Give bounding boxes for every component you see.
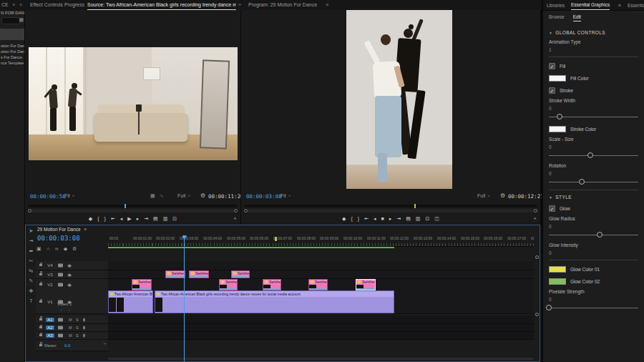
add-marker-button[interactable]: ◆	[89, 213, 92, 224]
panel-menu-icon[interactable]: ≡	[233, 0, 235, 9]
go-to-in-button[interactable]: ⇤	[111, 213, 115, 224]
param-value[interactable]: 0	[549, 250, 638, 255]
source-patch-icon[interactable]	[58, 318, 63, 321]
mic-icon[interactable]	[83, 326, 85, 330]
track-height-handle[interactable]	[535, 255, 539, 259]
step-forward-button[interactable]: ▸	[137, 213, 140, 224]
slider-stroke-width[interactable]	[549, 114, 638, 120]
go-to-in-button[interactable]: ⇤	[364, 213, 369, 224]
mute-toggle[interactable]: M	[69, 333, 72, 338]
track-target-V3[interactable]: V3	[46, 273, 54, 277]
master-level-value[interactable]: 0.0	[64, 343, 70, 348]
tab-essential-sound[interactable]: Essential Sound	[628, 1, 644, 10]
track-lock-icon[interactable]	[39, 344, 42, 346]
step-forward-button[interactable]: ▸	[389, 213, 392, 224]
slider-knob[interactable]	[587, 152, 593, 158]
clip-swishes[interactable]: Swishes	[165, 270, 185, 278]
export-frame-button[interactable]: ⊡	[425, 213, 429, 224]
video-track-lane-V2[interactable]: SwishesSwishesSwishesSwishesSwishes	[108, 279, 534, 291]
mark-in-button[interactable]: {	[351, 213, 352, 224]
clip-video[interactable]: Two African American Black	[108, 290, 153, 313]
project-selected-item[interactable]	[0, 29, 24, 40]
zoom-handle-right[interactable]	[234, 209, 238, 212]
source-playhead[interactable]	[125, 204, 126, 208]
color-swatch-glow-color-02[interactable]	[549, 278, 566, 285]
checkbox-fill[interactable]: ✓	[549, 63, 555, 69]
timeline-playhead[interactable]	[184, 235, 185, 361]
panel-menu-icon[interactable]: ≡	[12, 0, 15, 9]
clip-swishes[interactable]: Swishes	[263, 279, 281, 290]
track-target-V4[interactable]: V4	[46, 263, 54, 268]
source-playback-resolution-select[interactable]: Full˅	[177, 193, 190, 198]
track-lock-icon[interactable]	[39, 334, 42, 336]
program-zoom-select[interactable]: Fit˅	[280, 193, 291, 198]
mute-toggle[interactable]: M	[69, 326, 72, 330]
source-patch-icon[interactable]	[58, 283, 63, 287]
track-lock-icon[interactable]	[39, 273, 42, 275]
track-target-A1[interactable]: A1	[46, 318, 54, 322]
param-value[interactable]: 0	[549, 224, 638, 229]
clip-swishes[interactable]: Swishes	[132, 279, 152, 290]
checkbox-stroke[interactable]: ✓	[549, 87, 555, 94]
audio-track-lane-A3[interactable]	[108, 332, 534, 340]
color-swatch-stroke-color[interactable]	[549, 126, 566, 132]
clip-video[interactable]: Two African-American Black girls recordi…	[155, 290, 394, 313]
program-playback-resolution-select[interactable]: Full˅	[477, 193, 490, 198]
panel-menu-icon[interactable]: ≡	[618, 3, 621, 8]
track-output-toggle-icon[interactable]: ◉	[67, 273, 72, 277]
source-video-frame[interactable]	[29, 47, 238, 160]
timeline-horizontal-scrollbar[interactable]	[108, 358, 534, 360]
audio-track-lane-A1[interactable]	[108, 315, 534, 324]
clip-swishes[interactable]: Swishes	[219, 279, 238, 290]
button-editor-icon[interactable]: +	[233, 213, 237, 224]
audio-track-lane-A2[interactable]	[108, 324, 534, 332]
drag-video-only-icon[interactable]: ▦	[150, 193, 155, 199]
type-tool[interactable]: T	[29, 298, 32, 303]
tab-source-monitor[interactable]: Source: Two African-American Black girls…	[87, 0, 236, 10]
mic-icon[interactable]	[83, 318, 85, 321]
solo-toggle[interactable]: S	[76, 318, 79, 322]
mute-toggle[interactable]: M	[69, 318, 72, 322]
slider-knob[interactable]	[546, 305, 552, 310]
color-swatch-glow-color-01[interactable]	[549, 266, 566, 273]
step-back-button[interactable]: ◂	[374, 213, 376, 224]
track-lock-icon[interactable]	[39, 300, 42, 303]
project-item[interactable]: s For Dance	[0, 54, 24, 60]
drag-audio-only-icon[interactable]: ∿	[160, 193, 164, 199]
project-item[interactable]: otion For Danc	[0, 49, 24, 54]
track-nav-arrows[interactable]: ‹ ›	[60, 308, 73, 312]
slider-knob[interactable]	[579, 179, 585, 185]
lift-button[interactable]: ▤	[406, 213, 411, 224]
param-value[interactable]: 1	[549, 47, 638, 52]
project-panel-tab-truncated[interactable]: CE	[1, 0, 9, 9]
source-zoom-select[interactable]: Fit˅	[64, 193, 74, 198]
source-patch-icon[interactable]	[58, 273, 63, 276]
section-header-global-controls[interactable]: ▼GLOBAL CONTROLS	[549, 30, 638, 35]
color-swatch-fill-color[interactable]	[549, 75, 566, 82]
mark-in-button[interactable]: {	[97, 213, 99, 224]
new-item-icon[interactable]: ▦	[19, 17, 24, 23]
video-track-lane-V4[interactable]	[108, 261, 534, 270]
track-target-V1[interactable]: V1	[46, 300, 54, 304]
mic-icon[interactable]	[83, 334, 85, 338]
program-current-timecode[interactable]: 00:00:03:08	[246, 193, 282, 200]
slider-knob[interactable]	[597, 232, 602, 238]
zoom-handle-right[interactable]	[534, 209, 537, 212]
mark-out-button[interactable]: }	[358, 213, 359, 224]
wrench-icon[interactable]: ⚙	[500, 192, 505, 199]
slider-knob[interactable]	[557, 114, 562, 119]
program-marker[interactable]	[414, 204, 416, 208]
comparison-view-button[interactable]: ◫	[434, 213, 439, 224]
go-to-out-button[interactable]: ⇥	[144, 213, 148, 224]
source-patch-icon[interactable]	[58, 264, 63, 268]
slip-tool[interactable]: ⇆	[29, 268, 34, 274]
track-lock-icon[interactable]	[39, 264, 42, 266]
source-patch-icon[interactable]	[58, 326, 63, 330]
video-track-lane-V1[interactable]: Two African American BlackTwo African-Am…	[108, 290, 534, 314]
ripple-edit-tool[interactable]: ⬌	[29, 248, 34, 254]
tab-effect-controls[interactable]: Effect Controls	[30, 0, 63, 9]
track-output-toggle-icon[interactable]: ◉	[67, 283, 72, 287]
source-current-timecode[interactable]: 00:00:00:56	[30, 193, 66, 200]
track-target-A3[interactable]: A3	[46, 333, 54, 338]
insert-button[interactable]: ▤	[153, 213, 158, 224]
